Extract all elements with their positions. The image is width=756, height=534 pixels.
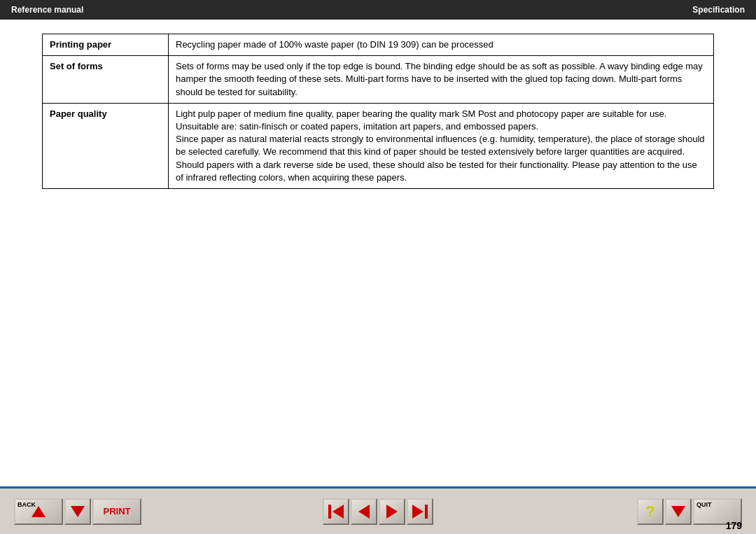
prev-page-icon	[358, 505, 370, 519]
forward-button[interactable]	[64, 498, 91, 525]
term-cell: Paper quality	[43, 103, 169, 188]
bottom-left-controls: BACK PRINT	[14, 498, 141, 525]
last-page-icon	[412, 505, 428, 519]
description-cell: Recycling paper made of 100% waste paper…	[169, 34, 714, 56]
next-page-icon	[386, 505, 398, 519]
spec-table: Printing paperRecycling paper made of 10…	[42, 34, 714, 189]
help-icon: ?	[645, 503, 654, 521]
header-bar: Reference manual Specification	[0, 0, 756, 20]
quit-label: QUIT	[696, 501, 712, 508]
table-row: Paper qualityLight pulp paper of medium …	[43, 103, 714, 188]
back-label: BACK	[18, 501, 36, 508]
quit-arrow-button[interactable]	[665, 498, 692, 525]
main-content: Printing paperRecycling paper made of 10…	[0, 20, 756, 486]
table-row: Printing paperRecycling paper made of 10…	[43, 34, 714, 56]
bottom-bar: BACK PRINT	[0, 486, 756, 534]
forward-arrow-down-icon	[71, 506, 85, 517]
term-cell: Printing paper	[43, 34, 169, 56]
bottom-center-controls	[323, 498, 433, 525]
back-button[interactable]: BACK	[14, 498, 63, 525]
next-page-button[interactable]	[379, 498, 405, 525]
description-cell: Light pulp paper of medium fine quality,…	[169, 103, 714, 188]
first-page-icon	[328, 505, 344, 519]
first-page-button[interactable]	[323, 498, 349, 525]
table-row: Set of formsSets of forms may be used on…	[43, 56, 714, 104]
last-page-button[interactable]	[407, 498, 433, 525]
print-label: PRINT	[104, 506, 131, 517]
description-cell: Sets of forms may be used only if the to…	[169, 56, 714, 104]
help-button[interactable]: ?	[637, 498, 664, 525]
page-number: 179	[726, 520, 742, 531]
quit-arrow-icon	[671, 506, 685, 517]
header-right-label: Specification	[692, 5, 745, 15]
term-cell: Set of forms	[43, 56, 169, 104]
print-button[interactable]: PRINT	[92, 498, 141, 525]
header-left-label: Reference manual	[11, 5, 83, 15]
prev-page-button[interactable]	[351, 498, 377, 525]
